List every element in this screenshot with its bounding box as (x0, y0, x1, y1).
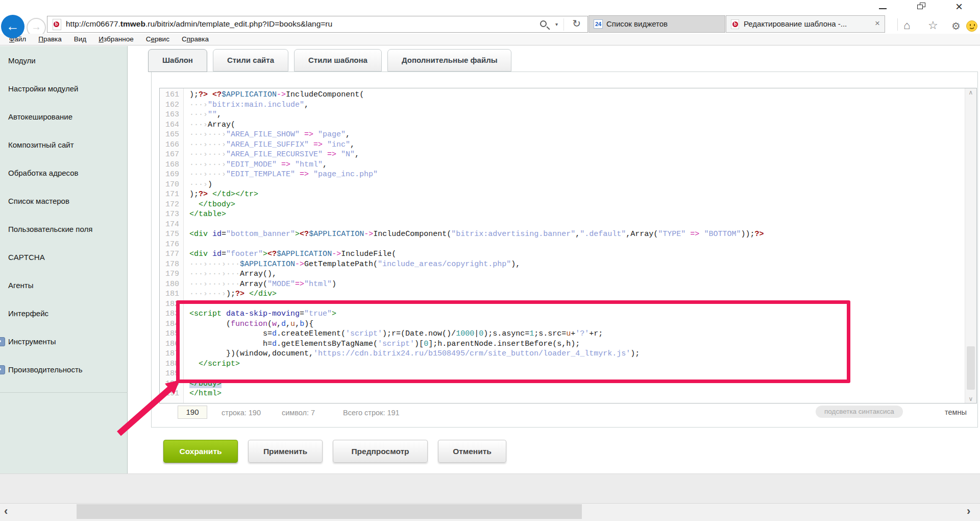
toolbar-separator (897, 18, 898, 31)
line-number: 178 (160, 259, 179, 270)
code-line-177[interactable]: 177<div id="footer"><?$APPLICATION->Incl… (160, 249, 976, 259)
code-line-175[interactable]: 175<div id="bottom_banner"><?$APPLICATIO… (160, 229, 976, 240)
sidebar-item-9[interactable]: Агенты (8, 281, 33, 290)
line-number: 181 (160, 289, 179, 299)
line-number: 173 (160, 209, 179, 220)
horizontal-scrollbar[interactable]: ‹ › (0, 503, 980, 521)
sidebar-item-6[interactable]: Список мастеров (8, 197, 69, 205)
code-line-167[interactable]: 167···›···›"AREA_FILE_RECURSIVE" => "N", (160, 150, 976, 160)
line-number: 179 (160, 269, 179, 279)
horizontal-scrollbar-thumb[interactable] (77, 504, 582, 519)
line-number: 176 (160, 240, 179, 250)
menu-item-edit[interactable]: Правка (32, 34, 68, 45)
sidebar-item-3[interactable]: Автокеширование (8, 112, 72, 121)
feedback-smiley-icon[interactable] (966, 20, 977, 32)
search-icon[interactable] (540, 20, 547, 27)
tab-2[interactable]: Стили сайта (213, 49, 288, 72)
code-line-173[interactable]: 173</table> (160, 209, 976, 220)
code-line-179[interactable]: 179···›···›···Array(), (160, 269, 976, 279)
scroll-left-icon[interactable]: ‹ (4, 505, 8, 518)
window-restore-button[interactable] (917, 3, 926, 11)
sidebar-item-11[interactable]: Инструменты (8, 337, 56, 346)
line-number: 168 (160, 160, 179, 170)
window-minimize-button[interactable] (879, 8, 887, 9)
performance-icon (0, 365, 5, 374)
code-line-172[interactable]: 172 </tbody> (160, 200, 976, 210)
code-line-170[interactable]: 170···›) (160, 180, 976, 190)
browser-tab-template-edit[interactable]: b Редактирование шаблона -... × (726, 15, 885, 33)
current-line-box: 190 (178, 406, 207, 419)
theme-link[interactable]: темны (945, 408, 967, 416)
tab-3[interactable]: Стили шаблона (294, 49, 382, 72)
template-tabs: ШаблонСтили сайтаСтили шаблонаДополнител… (148, 49, 511, 72)
sidebar-item-7[interactable]: Пользовательские поля (8, 225, 92, 233)
bitrix24-icon: 24 (594, 19, 603, 29)
preview-button[interactable]: Предпросмотр (333, 440, 428, 463)
address-bar-divider (564, 18, 564, 31)
search-dropdown-caret[interactable]: ▾ (555, 21, 558, 27)
code-line-162[interactable]: 162···›"bitrix:main.include", (160, 100, 976, 110)
tab-close-icon[interactable]: × (875, 18, 880, 29)
menu-item-view[interactable]: Вид (68, 34, 92, 45)
page-bottom-band (0, 473, 980, 504)
code-line-180[interactable]: 180···›···›···Array("MODE"=>"html") (160, 279, 976, 290)
tab-1[interactable]: Шаблон (148, 49, 207, 72)
syntax-highlight-toggle[interactable]: подсветка синтаксиса (816, 406, 903, 418)
scroll-right-icon[interactable]: › (967, 505, 970, 518)
scroll-down-icon[interactable]: ∨ (965, 395, 976, 402)
code-line-176[interactable]: 176 (160, 240, 976, 250)
browser-tab-widgets[interactable]: 24 Список виджетов (589, 15, 725, 33)
menu-item-favorites[interactable]: Избранное (92, 34, 139, 45)
line-number: 177 (160, 249, 179, 259)
code-line-181[interactable]: 181···›···›);?> </div> (160, 289, 976, 299)
code-line-191[interactable]: 191</html> (160, 389, 976, 399)
sidebar-item-10[interactable]: Интерфейс (8, 309, 48, 318)
code-line-161[interactable]: 161);?> <?$APPLICATION->IncludeComponent… (160, 90, 976, 100)
code-line-169[interactable]: 169···›···›"EDIT_TEMPLATE" => "page_inc.… (160, 170, 976, 180)
code-line-163[interactable]: 163···›"", (160, 110, 976, 120)
sidebar-item-5[interactable]: Обработка адресов (8, 169, 79, 177)
sidebar-item-2[interactable]: Настройки модулей (8, 84, 78, 93)
code-line-168[interactable]: 168···›···›"EDIT_MODE" => "html", (160, 160, 976, 170)
code-line-178[interactable]: 178···›···›···$APPLICATION->GetTemplateP… (160, 259, 976, 270)
address-bar[interactable]: b http://cm06677.tmweb.ru/bitrix/admin/t… (47, 16, 588, 33)
url-text[interactable]: http://cm06677.tmweb.ru/bitrix/admin/tem… (66, 19, 332, 29)
window-close-button[interactable]: × (955, 0, 963, 14)
code-line-165[interactable]: 165···›···›"AREA_FILE_SHOW" => "page", (160, 130, 976, 140)
line-number: 174 (160, 220, 179, 230)
sidebar-item-8[interactable]: CAPTCHA (8, 253, 45, 262)
refresh-icon[interactable]: ↻ (572, 17, 581, 30)
code-line-166[interactable]: 166···›···›"AREA_FILE_SUFFIX" => "inc", (160, 140, 976, 150)
code-line-171[interactable]: 171);?> </td></tr> (160, 190, 976, 200)
line-number: 165 (160, 130, 179, 140)
line-number: 171 (160, 190, 179, 200)
save-button[interactable]: Сохранить (163, 440, 238, 463)
scroll-up-icon[interactable]: ∧ (965, 89, 976, 96)
sidebar-item-1[interactable]: Модули (8, 56, 36, 65)
line-number: 180 (160, 279, 179, 290)
bitrix-icon: b (731, 19, 739, 29)
cancel-button[interactable]: Отменить (438, 440, 506, 463)
menu-item-service[interactable]: Сервис (140, 34, 176, 45)
sidebar-item-4[interactable]: Композитный сайт (8, 140, 74, 149)
line-number: 161 (160, 90, 179, 100)
code-line-174[interactable]: 174 (160, 220, 976, 230)
search-icon-handle (546, 26, 550, 30)
apply-button[interactable]: Применить (248, 440, 323, 463)
line-number: 172 (160, 200, 179, 210)
back-button[interactable]: ← (1, 15, 24, 38)
status-total-lines: Всего строк: 191 (343, 409, 400, 417)
editor-vertical-scrollbar[interactable]: ∧ ∨ (965, 88, 976, 403)
menu-item-help[interactable]: Справка (176, 34, 215, 45)
tab-4[interactable]: Дополнительные файлы (387, 49, 512, 72)
home-icon[interactable]: ⌂ (903, 19, 910, 32)
code-line-164[interactable]: 164···›Array( (160, 120, 976, 130)
line-number: 166 (160, 140, 179, 150)
gear-icon[interactable]: ⚙ (951, 20, 961, 32)
favorites-star-icon[interactable]: ☆ (928, 19, 938, 32)
status-line: строка: 190 (222, 409, 261, 417)
sidebar-item-12[interactable]: Производительность (8, 365, 83, 374)
line-number: 163 (160, 110, 179, 120)
scrollbar-thumb[interactable] (967, 346, 975, 390)
menu-bar: ФайлПравкаВидИзбранноеСервисСправка (0, 34, 980, 45)
